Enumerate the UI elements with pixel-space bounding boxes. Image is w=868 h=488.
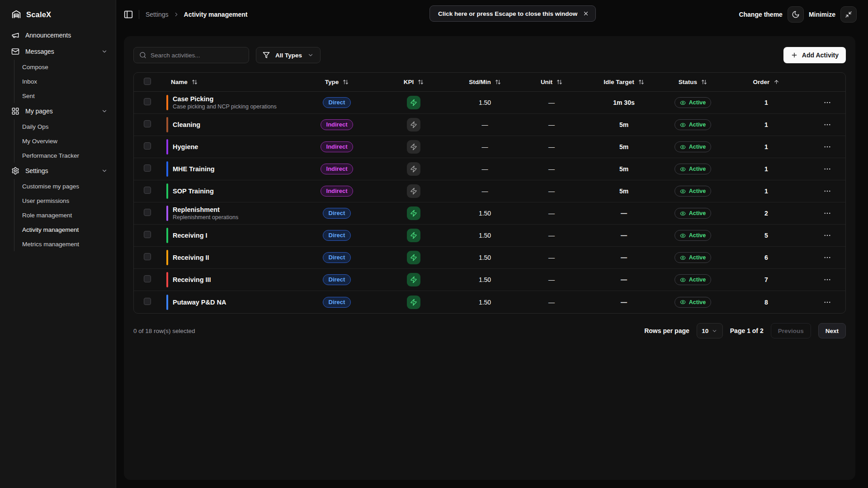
column-header-name[interactable]: Name xyxy=(159,79,298,85)
sidebar-item-metrics-management[interactable]: Metrics management xyxy=(14,237,116,251)
activity-color-bar xyxy=(166,117,168,132)
row-actions-button[interactable] xyxy=(823,209,831,217)
eye-icon xyxy=(680,299,686,305)
row-actions-button[interactable] xyxy=(823,121,831,129)
rows-per-page-select[interactable]: 10 xyxy=(697,323,723,338)
sort-icon[interactable] xyxy=(638,79,644,85)
sort-icon[interactable] xyxy=(343,79,349,85)
add-activity-button[interactable]: Add Activity xyxy=(783,47,846,63)
type-filter-button[interactable]: All Types xyxy=(256,47,321,63)
column-header-idle-target[interactable]: Idle Target xyxy=(585,79,662,85)
breadcrumb-page-title: Activity management xyxy=(184,11,248,18)
row-checkbox[interactable] xyxy=(144,298,151,305)
row-actions-button[interactable] xyxy=(823,231,831,239)
sidebar-item-sent[interactable]: Sent xyxy=(14,89,116,103)
row-checkbox[interactable] xyxy=(144,187,151,194)
sort-icon[interactable] xyxy=(192,79,198,85)
sidebar-item-my-pages[interactable]: My pages xyxy=(0,103,116,119)
row-actions-button[interactable] xyxy=(823,99,831,107)
table-row[interactable]: Receiving I Direct 1.50 — — Active 5 xyxy=(134,225,845,247)
type-badge: Direct xyxy=(323,252,351,263)
row-checkbox[interactable] xyxy=(144,253,151,260)
sidebar-toggle-button[interactable] xyxy=(123,9,133,19)
row-actions-button[interactable] xyxy=(823,143,831,151)
select-all-checkbox[interactable] xyxy=(144,78,151,85)
column-header-kpi[interactable]: KPI xyxy=(375,79,452,85)
table-row[interactable]: Putaway P&D NA Direct 1.50 — — Active 8 xyxy=(134,291,845,313)
banner-text: Click here or press Escape to close this… xyxy=(438,10,577,17)
breadcrumb-section[interactable]: Settings xyxy=(146,11,169,18)
status-badge: Active xyxy=(675,297,712,308)
shrink-icon xyxy=(845,11,852,18)
row-checkbox[interactable] xyxy=(144,231,151,238)
sort-ascending-icon[interactable] xyxy=(774,79,779,85)
funnel-icon xyxy=(263,52,270,59)
table-row[interactable]: Receiving II Direct 1.50 — — Active 6 xyxy=(134,247,845,269)
sort-icon[interactable] xyxy=(418,79,424,85)
activity-color-bar xyxy=(166,272,168,287)
activity-color-bar xyxy=(166,295,168,310)
ellipsis-icon xyxy=(823,231,831,239)
sidebar-item-daily-ops[interactable]: Daily Ops xyxy=(14,119,116,134)
column-header-unit[interactable]: Unit xyxy=(518,79,585,85)
column-header-order[interactable]: Order xyxy=(723,79,809,85)
row-actions-button[interactable] xyxy=(823,298,831,306)
eye-icon xyxy=(680,277,686,283)
chevron-down-icon xyxy=(307,52,314,58)
search-box[interactable] xyxy=(133,47,249,63)
row-checkbox[interactable] xyxy=(144,209,151,216)
column-header-status[interactable]: Status xyxy=(662,79,723,85)
sidebar: ScaleX Announcements Messages Compose In… xyxy=(0,0,116,488)
row-checkbox[interactable] xyxy=(144,98,151,105)
sidebar-item-inbox[interactable]: Inbox xyxy=(14,74,116,89)
table-row[interactable]: Hygiene Indirect — — 5m Active 1 xyxy=(134,136,845,158)
sidebar-item-performance-tracker[interactable]: Performance Tracker xyxy=(14,148,116,163)
table-row[interactable]: ReplenishmentReplenishment operations Di… xyxy=(134,202,845,225)
sidebar-item-activity-management[interactable]: Activity management xyxy=(14,222,116,237)
previous-page-button[interactable]: Previous xyxy=(771,323,811,338)
sort-icon[interactable] xyxy=(557,79,562,85)
sidebar-item-announcements[interactable]: Announcements xyxy=(0,27,116,43)
sidebar-item-role-management[interactable]: Role management xyxy=(14,208,116,222)
sort-icon[interactable] xyxy=(495,79,501,85)
unit-value: — xyxy=(518,143,585,150)
row-actions-button[interactable] xyxy=(823,187,831,195)
column-header-type[interactable]: Type xyxy=(298,79,375,85)
row-actions-button[interactable] xyxy=(823,253,831,262)
minimize-button[interactable] xyxy=(840,6,857,23)
sidebar-item-settings[interactable]: Settings xyxy=(0,163,116,179)
activities-table: Name Type KPI Std/Min Unit Idle Target S… xyxy=(133,72,846,314)
sidebar-item-my-overview[interactable]: My Overview xyxy=(14,134,116,148)
sidebar-item-messages[interactable]: Messages xyxy=(0,43,116,60)
search-input[interactable] xyxy=(151,52,243,59)
row-checkbox[interactable] xyxy=(144,275,151,282)
table-row[interactable]: Receiving III Direct 1.50 — — Active 7 xyxy=(134,269,845,291)
sidebar-item-compose[interactable]: Compose xyxy=(14,60,116,74)
row-checkbox[interactable] xyxy=(144,164,151,172)
table-row[interactable]: MHE Training Indirect — — 5m Active 1 xyxy=(134,158,845,180)
sidebar-item-customise-my-pages[interactable]: Customise my pages xyxy=(14,179,116,193)
activity-color-bar xyxy=(166,161,168,177)
toolbar: All Types Add Activity xyxy=(133,47,846,63)
status-badge: Active xyxy=(675,97,712,108)
row-checkbox[interactable] xyxy=(144,142,151,150)
table-row[interactable]: Case PickingCase picking and NCP picking… xyxy=(134,92,845,114)
sort-icon[interactable] xyxy=(701,79,707,85)
table-row[interactable]: Cleaning Indirect — — 5m Active 1 xyxy=(134,114,845,136)
next-page-button[interactable]: Next xyxy=(818,323,846,338)
table-row[interactable]: SOP Training Indirect — — 5m Active 1 xyxy=(134,180,845,202)
column-header-std-min[interactable]: Std/Min xyxy=(452,79,518,85)
close-window-banner[interactable]: Click here or press Escape to close this… xyxy=(429,5,596,22)
row-actions-button[interactable] xyxy=(823,276,831,284)
row-actions-button[interactable] xyxy=(823,165,831,173)
kpi-zap-icon xyxy=(407,251,420,264)
theme-toggle-button[interactable] xyxy=(788,6,804,23)
row-checkbox[interactable] xyxy=(144,120,151,127)
close-icon[interactable] xyxy=(583,10,589,17)
sidebar-item-user-permissions[interactable]: User permissions xyxy=(14,193,116,208)
idle-target-value: 5m xyxy=(585,143,662,150)
messages-subnav: Compose Inbox Sent xyxy=(14,60,116,103)
type-badge: Indirect xyxy=(321,164,354,174)
chevron-down-icon xyxy=(101,108,108,114)
type-badge: Direct xyxy=(323,274,351,285)
